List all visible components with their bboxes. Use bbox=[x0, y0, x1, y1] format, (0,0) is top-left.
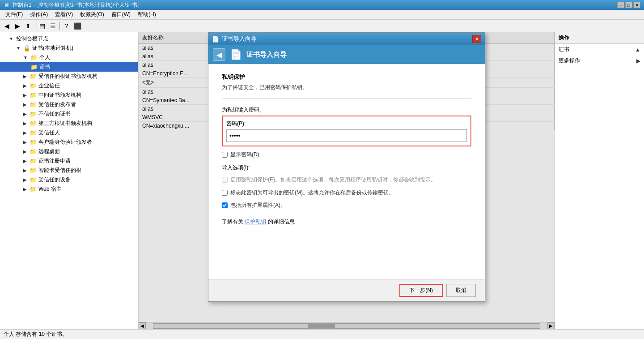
info-button[interactable]: ⬛ bbox=[72, 21, 82, 31]
view-toggle[interactable]: ☰ bbox=[48, 21, 58, 31]
sidebar-label-enterprise: 企业信任 bbox=[38, 82, 60, 90]
protect-key-link[interactable]: 保护私钥 bbox=[245, 219, 266, 225]
right-action-label-more: 更多操作 bbox=[559, 57, 580, 64]
folder-icon-trusted: 📁 bbox=[30, 73, 37, 80]
show-password-label[interactable]: 显示密码(D) bbox=[230, 151, 259, 159]
sidebar-item-client-auth[interactable]: ▶ 📁 客户端身份验证颁发者 bbox=[0, 137, 138, 147]
sidebar-item-intermediate[interactable]: ▶ 📁 中间证书颁发机构 bbox=[0, 90, 138, 100]
sidebar-item-remote-desktop[interactable]: ▶ 📁 远程桌面 bbox=[0, 147, 138, 156]
folder-icon-third: 📁 bbox=[30, 120, 37, 127]
sidebar-item-local-machine[interactable]: ▼ 🔒 证书(本地计算机) bbox=[0, 43, 138, 53]
expand-icon-11: ▶ bbox=[23, 140, 27, 145]
sidebar-label-certs: 证书 bbox=[39, 63, 50, 71]
menu-file[interactable]: 文件(F) bbox=[2, 10, 26, 19]
window-controls: ─ □ ✕ bbox=[617, 2, 640, 8]
show-hide-tree[interactable]: ▤ bbox=[37, 21, 47, 31]
help-button[interactable]: ? bbox=[62, 21, 72, 31]
sidebar-item-root[interactable]: ▼ 控制台根节点 bbox=[0, 34, 138, 43]
folder-icon-web: 📁 bbox=[30, 186, 37, 193]
expand-icon-13: ▶ bbox=[23, 159, 27, 163]
back-button[interactable]: ◀ bbox=[2, 21, 12, 31]
dialog-nav: ◀ 📄 证书导入向导 bbox=[208, 45, 485, 64]
menu-window[interactable]: 窗口(W) bbox=[108, 10, 134, 19]
sidebar-item-untrusted[interactable]: ▶ 📁 不信任的证书 bbox=[0, 109, 138, 119]
dialog-title-text: 证书导入向导 bbox=[222, 35, 257, 43]
right-action-label-certs: 证书 bbox=[559, 46, 569, 53]
up-button[interactable]: ⬆ bbox=[23, 21, 33, 31]
sidebar-label-root: 控制台根节点 bbox=[16, 35, 48, 43]
menu-bar: 文件(F) 操作(A) 查看(V) 收藏夹(O) 窗口(W) 帮助(H) bbox=[0, 10, 644, 20]
expand-icon-10: ▶ bbox=[23, 130, 27, 135]
next-button[interactable]: 下一步(N) bbox=[399, 284, 443, 297]
status-text: 个人 存储含有 10 个证书。 bbox=[4, 330, 68, 338]
option-1-label: 启用强私钥保护(E)。如果启用这个选项，每次应用程序使用私钥时，你都会收到提示。 bbox=[230, 176, 436, 184]
close-button[interactable]: ✕ bbox=[633, 2, 640, 8]
expand-icon-3: ▼ bbox=[23, 55, 28, 60]
sidebar-item-personal[interactable]: ▼ 📁 个人 bbox=[0, 53, 138, 62]
sidebar-label-enrollment: 证书注册申请 bbox=[38, 157, 71, 165]
sidebar-label-publishers: 受信任的发布者 bbox=[38, 101, 76, 108]
main-container: ▼ 控制台根节点 ▼ 🔒 证书(本地计算机) ▼ 📁 个人 📁 证书 ▶ 📁 受… bbox=[0, 32, 644, 329]
title-bar: 🖥 控制台1 - [控制台根节点\证书(本地计算机)\个人\证书] ─ □ ✕ bbox=[0, 0, 644, 10]
right-action-arrow-certs: ▲ bbox=[635, 47, 640, 53]
dialog-body: 私钥保护 为了保证安全，已用密码保护私钥。 为私钥键入密码。 密码(P): 显示… bbox=[208, 64, 485, 279]
password-input[interactable] bbox=[226, 129, 467, 142]
dialog-title-icon: 📄 bbox=[212, 36, 219, 43]
password-box-wrapper: 密码(P): bbox=[222, 116, 471, 146]
menu-help[interactable]: 帮助(H) bbox=[134, 10, 160, 19]
section-heading: 私钥保护 bbox=[222, 73, 471, 81]
forward-button[interactable]: ▶ bbox=[13, 21, 22, 31]
status-bar: 个人 存储含有 10 个证书。 bbox=[0, 329, 644, 339]
maximize-button[interactable]: □ bbox=[625, 2, 632, 8]
menu-view[interactable]: 查看(V) bbox=[51, 10, 76, 19]
toolbar-sep-1 bbox=[35, 22, 35, 30]
right-panel-header: 操作 bbox=[555, 32, 644, 44]
right-action-certs[interactable]: 证书 ▲ bbox=[555, 44, 644, 55]
right-panel: 操作 证书 ▲ 更多操作 ▶ bbox=[555, 32, 644, 329]
cancel-button[interactable]: 取消 bbox=[446, 284, 476, 297]
sidebar-item-smart-card[interactable]: ▶ 📁 智能卡受信任的根 bbox=[0, 166, 138, 175]
menu-action[interactable]: 操作(A) bbox=[26, 10, 51, 19]
cert-icon: 🔒 bbox=[23, 45, 30, 51]
option-3-checkbox[interactable] bbox=[222, 202, 228, 208]
expand-icon-8: ▶ bbox=[23, 112, 27, 116]
dialog-back-button[interactable]: ◀ bbox=[213, 48, 225, 61]
sidebar-label-smart: 智能卡受信任的根 bbox=[38, 167, 81, 174]
menu-favorites[interactable]: 收藏夹(O) bbox=[76, 10, 107, 19]
dialog-footer: 下一步(N) 取消 bbox=[208, 279, 485, 301]
link-suffix: 的详细信息 bbox=[268, 219, 295, 225]
folder-icon-smart: 📁 bbox=[30, 167, 37, 174]
sidebar-item-enrollment[interactable]: ▶ 📁 证书注册申请 bbox=[0, 156, 138, 166]
section-description: 为了保证安全，已用密码保护私钥。 bbox=[222, 84, 471, 91]
expand-icon: ▼ bbox=[9, 36, 13, 41]
expand-icon-5: ▶ bbox=[23, 83, 27, 88]
sidebar-item-third-party[interactable]: ▶ 📁 第三方根证书颁发机构 bbox=[0, 119, 138, 128]
folder-icon-intermediate: 📁 bbox=[30, 92, 37, 99]
option-2-checkbox[interactable] bbox=[222, 190, 228, 196]
sidebar-item-trusted-devices[interactable]: ▶ 📁 受信任的设备 bbox=[0, 175, 138, 185]
sidebar-label-client: 客户端身份验证颁发者 bbox=[38, 138, 92, 146]
right-action-arrow-more: ▶ bbox=[636, 58, 640, 64]
dialog-nav-icon: 📄 bbox=[230, 49, 242, 60]
toolbar: ◀ ▶ ⬆ ▤ ☰ ? ⬛ bbox=[0, 20, 644, 32]
right-action-more[interactable]: 更多操作 ▶ bbox=[555, 55, 644, 66]
expand-icon-9: ▶ bbox=[23, 121, 27, 126]
sidebar-item-trusted-root[interactable]: ▶ 📁 受信任的根证书颁发机构 bbox=[0, 72, 138, 81]
folder-icon-untrusted: 📁 bbox=[30, 111, 37, 117]
folder-icon-enterprise: 📁 bbox=[30, 82, 37, 89]
sidebar-item-enterprise[interactable]: ▶ 📁 企业信任 bbox=[0, 81, 138, 90]
sidebar-item-trusted-people[interactable]: ▶ 📁 受信任人 bbox=[0, 128, 138, 137]
minimize-button[interactable]: ─ bbox=[617, 2, 624, 8]
sidebar-item-certs[interactable]: 📁 证书 bbox=[0, 62, 138, 72]
toolbar-sep-2 bbox=[59, 22, 60, 30]
expand-icon-4: ▶ bbox=[23, 74, 27, 79]
dialog-close-button[interactable]: ✕ bbox=[472, 35, 481, 43]
expand-icon-16: ▶ bbox=[23, 187, 27, 192]
show-password-checkbox[interactable] bbox=[222, 152, 228, 158]
sidebar-label-trusted: 受信任的根证书颁发机构 bbox=[38, 73, 97, 80]
option-3-row: 包括所有扩展属性(A)。 bbox=[222, 202, 471, 209]
sidebar-item-trusted-publishers[interactable]: ▶ 📁 受信任的发布者 bbox=[0, 100, 138, 109]
option-3-label: 包括所有扩展属性(A)。 bbox=[230, 202, 286, 209]
option-1-checkbox[interactable] bbox=[222, 177, 228, 183]
sidebar-item-web-hosting[interactable]: ▶ 📁 Web 宿主 bbox=[0, 185, 138, 194]
